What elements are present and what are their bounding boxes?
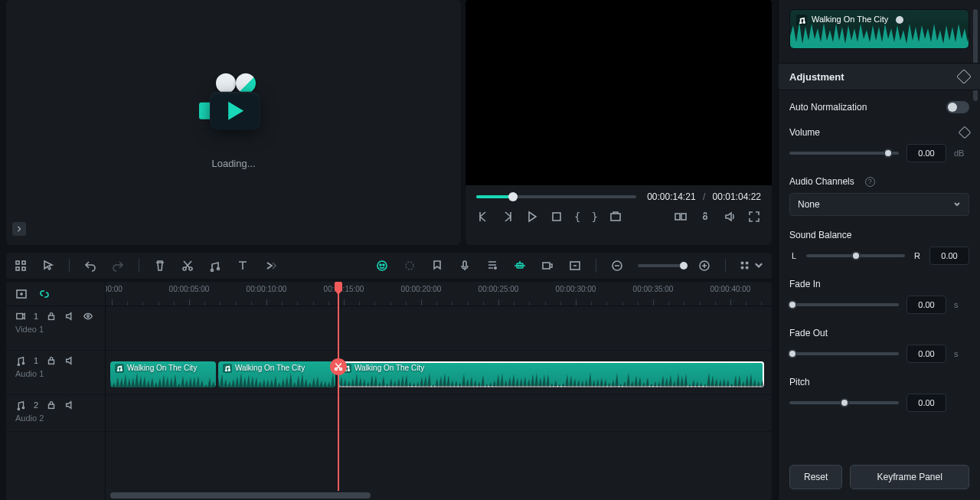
mark-out-button[interactable]: }: [591, 211, 597, 223]
zoom-out-button[interactable]: [610, 259, 624, 273]
preview-viewport[interactable]: [466, 0, 772, 185]
export-frame-button[interactable]: [609, 210, 622, 224]
play-button[interactable]: [525, 210, 539, 224]
volume-value[interactable]: 0.00: [906, 144, 946, 162]
snap-button[interactable]: [14, 259, 28, 273]
undo-button[interactable]: [83, 259, 97, 273]
selected-clip-preview[interactable]: Walking On The City: [789, 9, 969, 49]
mixdown-button[interactable]: [485, 259, 499, 273]
visibility-icon[interactable]: [83, 311, 93, 322]
pitch-label: Pitch: [789, 377, 810, 387]
add-track-button[interactable]: [15, 288, 28, 300]
lock-icon[interactable]: [46, 355, 57, 366]
prev-frame-button[interactable]: [476, 210, 490, 224]
reset-button[interactable]: Reset: [789, 465, 842, 489]
svg-point-9: [183, 267, 186, 270]
cut-button[interactable]: [181, 259, 194, 273]
volume-button[interactable]: [723, 210, 737, 224]
timeline-ruler[interactable]: :00:0000:00:05:0000:00:10:0000:00:15:000…: [106, 282, 772, 306]
text-button[interactable]: [236, 259, 250, 273]
snapshot-button[interactable]: [698, 210, 712, 224]
ruler-tick: 00:00:35:00: [633, 285, 674, 293]
fade-in-slider[interactable]: [789, 303, 899, 306]
chevron-down-icon: [753, 260, 764, 271]
effects-button[interactable]: [403, 259, 416, 273]
svg-rect-17: [463, 261, 466, 267]
pitch-value[interactable]: 0.00: [906, 394, 946, 412]
render-button[interactable]: [541, 259, 554, 273]
svg-point-47: [340, 368, 342, 371]
loading-text: Loading...: [211, 158, 255, 169]
media-pane: Loading...: [6, 0, 461, 245]
link-tracks-button[interactable]: [38, 288, 51, 300]
sound-balance-label: Sound Balance: [789, 230, 851, 240]
split-indicator-icon[interactable]: [330, 358, 347, 375]
track-head-audio2[interactable]: 2 Audio 2: [6, 395, 105, 432]
pitch-slider[interactable]: [789, 401, 899, 404]
lane-audio1[interactable]: Walking On The CityWalking On The CityWa…: [106, 351, 772, 395]
lock-icon[interactable]: [46, 311, 57, 322]
audio-channels-select[interactable]: None: [789, 193, 969, 216]
ruler-tick: 00:00:10:00: [247, 285, 287, 293]
track-head-audio1[interactable]: 1 Audio 1: [6, 351, 105, 395]
svg-point-21: [521, 265, 522, 266]
mute-icon[interactable]: [64, 400, 75, 410]
audio-clip[interactable]: Walking On The City: [110, 361, 216, 387]
mute-icon[interactable]: [64, 311, 75, 322]
zoom-slider[interactable]: [638, 264, 684, 267]
compare-button[interactable]: [674, 210, 688, 224]
svg-rect-6: [22, 261, 25, 264]
fade-in-unit: s: [954, 300, 969, 309]
svg-rect-28: [746, 262, 749, 265]
waveform-icon: [338, 371, 764, 387]
timeline-scrollbar[interactable]: [106, 492, 772, 498]
volume-keyframe-icon[interactable]: [959, 126, 972, 139]
svg-rect-29: [746, 266, 749, 270]
pointer-button[interactable]: [41, 259, 55, 273]
mark-in-button[interactable]: {: [574, 211, 580, 223]
svg-point-4: [704, 216, 707, 220]
audio-clip[interactable]: Walking On The City: [338, 361, 764, 387]
auto-normalization-label: Auto Normalization: [789, 102, 867, 113]
volume-slider[interactable]: [789, 152, 899, 155]
audio-clip[interactable]: Walking On The City: [218, 361, 335, 387]
more-tools-button[interactable]: [263, 259, 277, 273]
svg-rect-36: [49, 360, 54, 364]
playhead[interactable]: [338, 282, 339, 491]
stop-button[interactable]: [550, 210, 564, 224]
help-icon[interactable]: ?: [865, 177, 875, 187]
track-head-video1[interactable]: 1 Video 1: [6, 306, 105, 351]
next-frame-button[interactable]: [501, 210, 514, 224]
expand-panel-button[interactable]: [12, 222, 26, 236]
lock-icon[interactable]: [46, 400, 57, 410]
sound-balance-value[interactable]: 0.00: [929, 247, 969, 265]
keyframe-icon[interactable]: [956, 69, 972, 84]
auto-normalization-toggle[interactable]: [946, 101, 969, 113]
fade-out-value[interactable]: 0.00: [906, 345, 946, 363]
auto-button[interactable]: [513, 259, 527, 273]
fade-out-slider[interactable]: [789, 352, 899, 355]
timeline-view-button[interactable]: [740, 260, 764, 271]
delete-button[interactable]: [153, 259, 167, 273]
lane-video1[interactable]: [106, 306, 772, 351]
zoom-in-button[interactable]: [697, 259, 711, 273]
sound-balance-slider[interactable]: [806, 254, 905, 257]
fullframe-button[interactable]: [568, 259, 582, 273]
voiceover-button[interactable]: [458, 259, 472, 273]
preview-timecode: 00:00:14:21 / 00:01:04:22: [647, 191, 761, 202]
ai-button[interactable]: [375, 259, 389, 273]
section-adjustment[interactable]: Adjustment: [779, 63, 980, 90]
fullscreen-button[interactable]: [747, 210, 761, 224]
lane-audio2[interactable]: [106, 395, 772, 432]
svg-point-16: [406, 262, 413, 270]
keyframe-panel-button[interactable]: Keyframe Panel: [850, 465, 969, 489]
mute-icon[interactable]: [64, 355, 75, 366]
svg-rect-8: [22, 267, 25, 270]
redo-button[interactable]: [111, 259, 125, 273]
app-logo: [199, 66, 268, 135]
total-time: 00:01:04:22: [713, 191, 761, 202]
preview-scrubber[interactable]: [476, 195, 636, 198]
audio-edit-button[interactable]: [208, 259, 222, 273]
fade-in-value[interactable]: 0.00: [906, 296, 946, 314]
marker-button[interactable]: [430, 259, 444, 273]
